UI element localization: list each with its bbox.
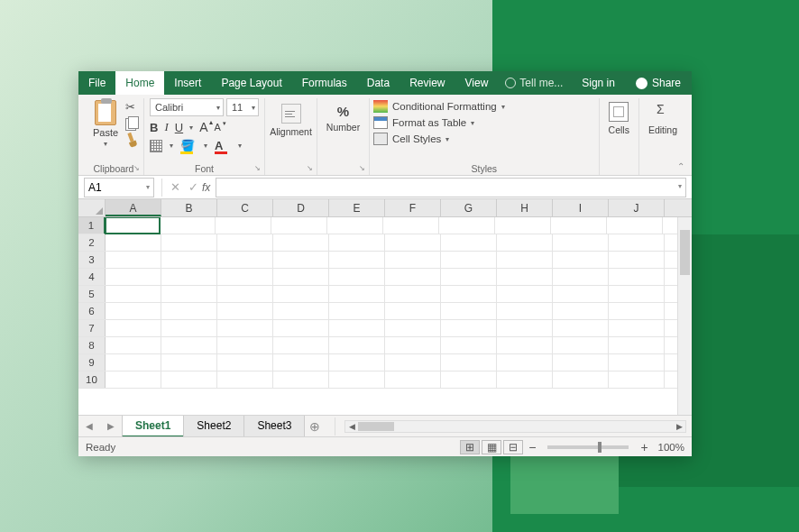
cell-H2[interactable]	[497, 234, 553, 251]
row-header-1[interactable]: 1	[78, 217, 106, 234]
bold-button[interactable]: B	[150, 121, 158, 134]
cell-A4[interactable]	[106, 269, 161, 285]
sheet-nav-prev[interactable]: ◀	[78, 421, 100, 431]
borders-button[interactable]	[150, 140, 162, 152]
share-button[interactable]: Share	[625, 71, 692, 95]
cell-I10[interactable]	[553, 371, 609, 388]
tab-formulas[interactable]: Formulas	[292, 71, 357, 95]
alignment-dialog-launcher[interactable]: ↘	[307, 164, 316, 173]
cell-G9[interactable]	[441, 354, 497, 371]
sheet-nav-next[interactable]: ▶	[100, 421, 122, 431]
cell-J2[interactable]	[609, 234, 665, 251]
font-dialog-launcher[interactable]: ↘	[254, 164, 263, 173]
cell-J10[interactable]	[609, 371, 665, 388]
row-header-6[interactable]: 6	[78, 303, 106, 319]
cell-D5[interactable]	[273, 286, 329, 302]
cell-E7[interactable]	[329, 320, 385, 336]
cell-G2[interactable]	[441, 234, 497, 251]
column-header-B[interactable]: B	[161, 199, 217, 216]
cell-B4[interactable]	[161, 269, 217, 285]
cell-F6[interactable]	[385, 303, 441, 319]
cell-B5[interactable]	[161, 286, 217, 302]
percent-button[interactable]: %	[337, 104, 349, 119]
underline-button[interactable]: U	[175, 121, 183, 134]
cell-F3[interactable]	[385, 252, 441, 268]
cell-J8[interactable]	[609, 337, 665, 353]
format-painter-button[interactable]	[124, 131, 141, 149]
cell-E2[interactable]	[329, 234, 385, 251]
view-page-break-button[interactable]: ⊟	[503, 440, 523, 454]
cell-C6[interactable]	[217, 303, 273, 319]
cancel-formula-button[interactable]: ✕	[166, 180, 184, 194]
cell-D10[interactable]	[273, 371, 329, 388]
fill-color-button[interactable]: 🪣	[180, 139, 197, 152]
cell-E10[interactable]	[329, 371, 385, 388]
column-header-I[interactable]: I	[553, 199, 609, 216]
collapse-ribbon-button[interactable]: ⌃	[677, 161, 684, 171]
cell-E1[interactable]	[327, 217, 383, 234]
row-header-4[interactable]: 4	[78, 269, 106, 285]
cell-J4[interactable]	[609, 269, 665, 285]
view-page-layout-button[interactable]: ▦	[482, 440, 501, 454]
cell-I9[interactable]	[553, 354, 609, 371]
cell-G7[interactable]	[441, 320, 497, 336]
row-header-7[interactable]: 7	[78, 320, 106, 336]
column-header-J[interactable]: J	[609, 199, 665, 216]
horizontal-scrollbar[interactable]: ◀▶	[344, 420, 686, 433]
font-color-button[interactable]: A	[215, 139, 231, 152]
cells-button[interactable]	[609, 102, 629, 122]
clipboard-dialog-launcher[interactable]: ↘	[133, 164, 142, 173]
cell-E3[interactable]	[329, 252, 385, 268]
cell-E6[interactable]	[329, 303, 385, 319]
cell-H4[interactable]	[497, 269, 553, 285]
cell-D9[interactable]	[273, 354, 329, 371]
cell-J3[interactable]	[609, 252, 665, 268]
cell-G3[interactable]	[441, 252, 497, 268]
column-header-E[interactable]: E	[329, 199, 385, 216]
cell-B6[interactable]	[161, 303, 217, 319]
row-header-5[interactable]: 5	[78, 286, 106, 302]
cell-I1[interactable]	[551, 217, 607, 234]
paste-button[interactable]: Paste▾	[89, 98, 122, 148]
tell-me-search[interactable]: Tell me...	[498, 71, 570, 95]
row-header-9[interactable]: 9	[78, 354, 106, 371]
cell-C1[interactable]	[216, 217, 271, 234]
cell-G8[interactable]	[441, 337, 497, 353]
cell-J5[interactable]	[609, 286, 665, 302]
cell-I2[interactable]	[553, 234, 609, 251]
cell-E9[interactable]	[329, 354, 385, 371]
column-header-H[interactable]: H	[497, 199, 553, 216]
name-box[interactable]: A1▾	[84, 178, 154, 197]
column-header-F[interactable]: F	[385, 199, 441, 216]
cell-F9[interactable]	[385, 354, 441, 371]
view-normal-button[interactable]: ⊞	[460, 440, 480, 454]
cell-B2[interactable]	[161, 234, 217, 251]
cell-D3[interactable]	[273, 252, 329, 268]
font-size-combo[interactable]: 11▾	[226, 98, 259, 116]
cell-I8[interactable]	[553, 337, 609, 353]
cell-A3[interactable]	[106, 252, 161, 268]
copy-button[interactable]	[125, 116, 138, 129]
cell-C8[interactable]	[217, 337, 273, 353]
cell-B8[interactable]	[161, 337, 217, 353]
enter-formula-button[interactable]: ✓	[184, 180, 202, 194]
cell-A5[interactable]	[106, 286, 161, 302]
column-header-A[interactable]: A	[106, 199, 161, 216]
column-header-D[interactable]: D	[273, 199, 329, 216]
cut-button[interactable]: ✂	[125, 100, 138, 113]
cell-F10[interactable]	[385, 371, 441, 388]
cell-A1[interactable]	[105, 217, 161, 234]
cell-G5[interactable]	[441, 286, 497, 302]
cell-G1[interactable]	[439, 217, 495, 234]
zoom-in-button[interactable]: +	[636, 440, 652, 454]
cell-H5[interactable]	[497, 286, 553, 302]
format-as-table-button[interactable]: Format as Table▾	[373, 116, 595, 129]
cell-F8[interactable]	[385, 337, 441, 353]
alignment-button[interactable]	[281, 104, 301, 124]
insert-function-button[interactable]: fx	[202, 181, 210, 194]
cell-A6[interactable]	[106, 303, 161, 319]
cell-C4[interactable]	[217, 269, 273, 285]
cell-B1[interactable]	[160, 217, 216, 234]
cell-C5[interactable]	[217, 286, 273, 302]
cell-H9[interactable]	[497, 354, 553, 371]
